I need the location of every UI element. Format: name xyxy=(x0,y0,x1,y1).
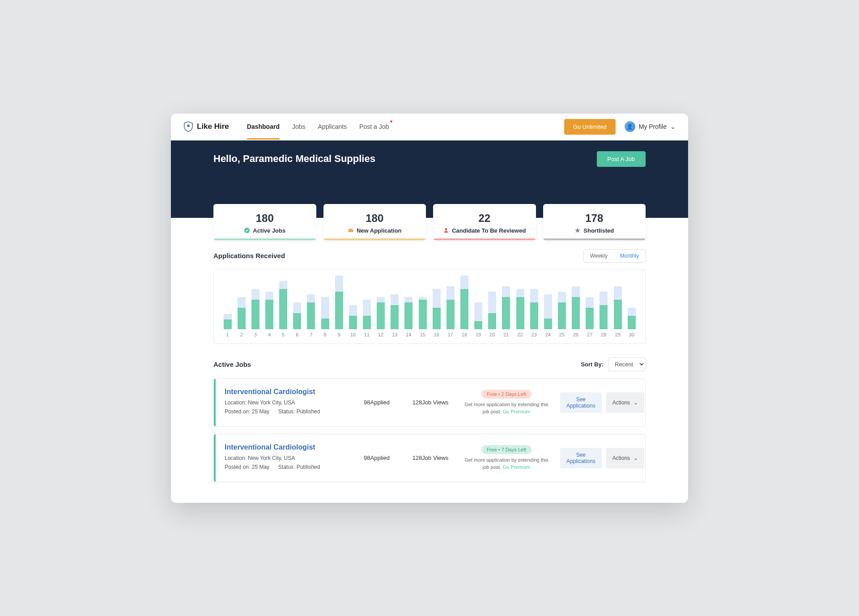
chart-x-label: 12 xyxy=(378,332,383,337)
post-a-job-button[interactable]: Post A Job xyxy=(597,151,646,167)
profile-menu[interactable]: 👤 My Profile ⌄ xyxy=(625,121,676,132)
chart-x-label: 6 xyxy=(296,332,298,337)
chart-bar: 16 xyxy=(430,276,443,337)
go-premium-link[interactable]: Go Premium xyxy=(502,464,530,470)
chart-bar: 29 xyxy=(611,276,624,337)
applications-chart: 1234567891011121314151617181920212223242… xyxy=(213,270,646,344)
chart-bar: 1 xyxy=(221,276,234,337)
mail-icon xyxy=(348,227,354,234)
chart-bar: 9 xyxy=(332,276,345,337)
chart-x-label: 8 xyxy=(323,332,326,337)
expiry-badge: Free • 2 Days Left xyxy=(481,390,532,399)
chart-x-label: 23 xyxy=(532,332,537,337)
chart-period-toggle: Weekly Monthly xyxy=(583,249,646,263)
chart-bar: 2 xyxy=(235,276,248,337)
app-window: Like Hire Dashboard Jobs Applicants Post… xyxy=(171,114,688,503)
chart-x-label: 24 xyxy=(545,332,551,337)
go-unlimited-button[interactable]: Go Unlimited xyxy=(564,119,616,135)
svg-rect-2 xyxy=(349,229,353,232)
chart-bar: 7 xyxy=(305,276,318,337)
chart-x-label: 27 xyxy=(587,332,592,337)
avatar-icon: 👤 xyxy=(625,121,635,132)
nav-applicants[interactable]: Applicants xyxy=(318,114,347,140)
nav-post-a-job[interactable]: Post a Job xyxy=(359,114,389,140)
chart-x-label: 11 xyxy=(364,332,370,337)
stat-candidate-review[interactable]: 22 Candidate To Be Reviewed xyxy=(433,204,536,240)
chart-x-label: 10 xyxy=(350,332,356,337)
chart-x-label: 28 xyxy=(601,332,606,337)
see-applications-button[interactable]: See Applications xyxy=(560,448,602,468)
chart-x-label: 19 xyxy=(476,332,481,337)
chart-x-label: 17 xyxy=(448,332,453,337)
chart-x-label: 7 xyxy=(310,332,312,337)
chart-x-label: 26 xyxy=(573,332,578,337)
actions-dropdown-button[interactable]: Actions ⌄ xyxy=(606,392,644,413)
chart-bar: 4 xyxy=(263,276,276,337)
chart-x-label: 30 xyxy=(629,332,634,337)
stat-new-application[interactable]: 180 New Application xyxy=(323,204,426,240)
chart-bar: 3 xyxy=(249,276,262,337)
job-info: Interventional Cardiologist Location: Ne… xyxy=(225,443,345,473)
job-location: Location: New York City, USA xyxy=(225,455,345,461)
chart-bar: 27 xyxy=(583,276,596,337)
svg-point-0 xyxy=(187,124,190,127)
notification-dot-icon xyxy=(390,120,392,123)
chevron-down-icon: ⌄ xyxy=(670,123,676,130)
job-card: Interventional Cardiologist Location: Ne… xyxy=(213,378,646,427)
chart-bar: 19 xyxy=(472,276,485,337)
toggle-weekly[interactable]: Weekly xyxy=(584,250,614,262)
main-content: Applications Received Weekly Monthly 123… xyxy=(171,218,688,503)
toggle-monthly[interactable]: Monthly xyxy=(614,250,645,262)
job-status: Status: Published xyxy=(278,408,320,415)
chart-x-label: 16 xyxy=(434,332,439,337)
chart-bar: 8 xyxy=(319,276,332,337)
stat-shortlisted[interactable]: 178 Shortlisted xyxy=(543,204,646,240)
stats-row: 180 Active Jobs 180 New Application 22 C… xyxy=(213,204,646,240)
chart-bar: 20 xyxy=(486,276,499,337)
chart-x-label: 15 xyxy=(420,332,425,337)
jobs-title: Active Jobs xyxy=(213,361,251,368)
job-location: Location: New York City, USA xyxy=(225,399,345,406)
chart-x-label: 18 xyxy=(462,332,467,337)
user-icon xyxy=(443,227,449,234)
job-expiry: Free • 2 Days Left Get more application … xyxy=(462,390,551,415)
chart-bar: 25 xyxy=(555,276,568,337)
nav-jobs[interactable]: Jobs xyxy=(292,114,306,140)
greeting-title: Hello, Paramedic Medical Supplies xyxy=(213,153,375,165)
logo[interactable]: Like Hire xyxy=(183,121,229,132)
chart-x-label: 1 xyxy=(226,332,229,337)
chart-bar: 23 xyxy=(527,276,540,337)
chart-bar: 30 xyxy=(625,276,638,337)
chart-x-label: 5 xyxy=(282,332,285,337)
topbar: Like Hire Dashboard Jobs Applicants Post… xyxy=(171,114,688,140)
chart-bar: 6 xyxy=(291,276,304,337)
chart-x-label: 14 xyxy=(406,332,411,337)
main-nav: Dashboard Jobs Applicants Post a Job xyxy=(247,114,564,140)
star-icon xyxy=(574,227,581,234)
stat-active-jobs[interactable]: 180 Active Jobs xyxy=(213,204,316,240)
chart-bar: 24 xyxy=(541,276,554,337)
job-title-link[interactable]: Interventional Cardiologist xyxy=(225,388,345,396)
chart-title: Applications Received xyxy=(213,252,285,259)
chart-x-label: 2 xyxy=(240,332,243,337)
hero-banner: Hello, Paramedic Medical Supplies Post A… xyxy=(171,140,688,218)
see-applications-button[interactable]: See Applications xyxy=(560,392,602,413)
chart-x-label: 20 xyxy=(489,332,495,337)
chart-bar: 15 xyxy=(416,276,429,337)
actions-dropdown-button[interactable]: Actions ⌄ xyxy=(606,448,644,468)
chart-x-label: 21 xyxy=(503,332,509,337)
job-status: Status: Published xyxy=(278,464,320,470)
svg-point-3 xyxy=(445,228,447,230)
sort-control: Sort By: Recent xyxy=(581,357,646,371)
job-views-count: 128Job Views xyxy=(408,399,453,406)
chart-x-label: 13 xyxy=(392,332,397,337)
chart-bar: 21 xyxy=(500,276,513,337)
nav-dashboard[interactable]: Dashboard xyxy=(247,114,280,140)
sort-select[interactable]: Recent xyxy=(608,357,646,371)
job-title-link[interactable]: Interventional Cardiologist xyxy=(225,443,345,451)
expiry-badge: Free • 7 Days Left xyxy=(481,445,532,454)
chevron-down-icon: ⌄ xyxy=(634,399,638,406)
go-premium-link[interactable]: Go Premium xyxy=(502,409,530,414)
chart-bar: 11 xyxy=(360,276,373,337)
job-posted: Posted on: 25 May xyxy=(225,408,269,415)
